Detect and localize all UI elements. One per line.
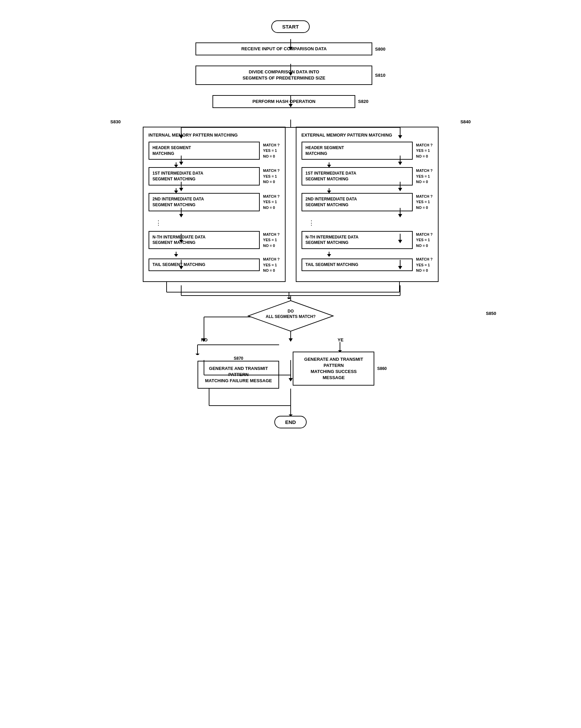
s800-text: RECEIVE INPUT OF COMPARISON DATA xyxy=(241,46,327,52)
left-match-1: MATCH ?YES = 1NO = 0 xyxy=(263,142,280,159)
left-step-4: N-TH INTERMEDIATE DATA SEGMENT MATCHING xyxy=(149,231,260,249)
start-node: START xyxy=(271,20,310,33)
end-label: END xyxy=(285,419,296,425)
left-match-3: MATCH ?YES = 1NO = 0 xyxy=(263,194,280,211)
right-branch-title: EXTERNAL MEMORY PATTERN MATCHING xyxy=(302,132,433,138)
flowchart-diagram: START RECEIVE INPUT OF COMPARISON DATA S… xyxy=(104,14,478,442)
s800-box: RECEIVE INPUT OF COMPARISON DATA xyxy=(195,42,372,55)
left-step-3: 2ND INTERMEDIATE DATA SEGMENT MATCHING xyxy=(149,193,260,211)
left-match-2: MATCH ?YES = 1NO = 0 xyxy=(263,168,280,185)
left-branch-title: INTERNAL MEMORY PATTERN MATCHING xyxy=(149,132,280,138)
left-match-4: MATCH ?YES = 1NO = 0 xyxy=(263,232,280,249)
right-branch-box: EXTERNAL MEMORY PATTERN MATCHING HEADER … xyxy=(296,127,439,282)
right-step-1: HEADER SEGMENT MATCHING xyxy=(302,142,413,160)
right-match-5: MATCH ?YES = 1NO = 0 xyxy=(416,256,433,273)
svg-text:YES: YES xyxy=(338,337,343,342)
s810-text: DIVIDE COMPARISON DATA INTO SEGMENTS OF … xyxy=(243,69,325,81)
svg-text:NO: NO xyxy=(201,337,208,342)
left-step-1: HEADER SEGMENT MATCHING xyxy=(149,142,260,160)
left-dots: ⋮ xyxy=(155,219,280,227)
right-match-1: MATCH ?YES = 1NO = 0 xyxy=(416,142,433,159)
right-match-4: MATCH ?YES = 1NO = 0 xyxy=(416,232,433,249)
left-step-5: TAIL SEGMENT MATCHING xyxy=(149,259,260,271)
left-match-5: MATCH ?YES = 1NO = 0 xyxy=(263,256,280,273)
right-match-3: MATCH ?YES = 1NO = 0 xyxy=(416,194,433,211)
s870-text: GENERATE AND TRANSMIT PATTERN MATCHING F… xyxy=(205,366,272,383)
svg-marker-61 xyxy=(195,354,200,355)
s850-diamond-svg: DO ALL SEGMENTS MATCH? xyxy=(246,299,335,333)
svg-marker-69 xyxy=(289,414,293,416)
start-label: START xyxy=(282,24,299,30)
right-step-3: 2ND INTERMEDIATE DATA SEGMENT MATCHING xyxy=(302,193,413,211)
s870-box: GENERATE AND TRANSMIT PATTERN MATCHING F… xyxy=(198,361,279,389)
s850-label: S850 xyxy=(486,311,496,316)
s810-label: S810 xyxy=(375,73,385,78)
s830-label: S830 xyxy=(110,119,121,124)
right-step-5: TAIL SEGMENT MATCHING xyxy=(302,259,413,271)
svg-text:DO: DO xyxy=(288,309,294,314)
end-connector xyxy=(189,389,393,416)
merge-connector xyxy=(104,282,478,299)
s870-label-text: S870 xyxy=(234,356,243,361)
end-node: END xyxy=(274,416,307,428)
s860-box: GENERATE AND TRANSMIT PATTERN MATCHING S… xyxy=(293,352,374,386)
right-step-2: 1ST INTERMEDIATE DATA SEGMENT MATCHING xyxy=(302,167,413,185)
right-step-4: N-TH INTERMEDIATE DATA SEGMENT MATCHING xyxy=(302,231,413,249)
right-match-2: MATCH ?YES = 1NO = 0 xyxy=(416,168,433,185)
s820-text: PERFORM HASH OPERATION xyxy=(253,99,315,105)
s860-text: GENERATE AND TRANSMIT PATTERN MATCHING S… xyxy=(304,357,363,380)
right-dots: ⋮ xyxy=(308,219,433,227)
yes-connector: YES xyxy=(337,335,343,352)
s860-label: S860 xyxy=(377,366,387,371)
s800-label: S800 xyxy=(375,47,385,52)
left-step-2: 1ST INTERMEDIATE DATA SEGMENT MATCHING xyxy=(149,167,260,185)
svg-text:ALL SEGMENTS MATCH?: ALL SEGMENTS MATCH? xyxy=(266,314,315,319)
s840-label: S840 xyxy=(460,119,471,124)
s820-box: PERFORM HASH OPERATION xyxy=(212,95,355,108)
s810-box: DIVIDE COMPARISON DATA INTO SEGMENTS OF … xyxy=(195,66,372,85)
left-branch-box: INTERNAL MEMORY PATTERN MATCHING HEADER … xyxy=(143,127,286,282)
s820-label: S820 xyxy=(358,99,368,104)
no-connector: NO xyxy=(194,335,283,355)
